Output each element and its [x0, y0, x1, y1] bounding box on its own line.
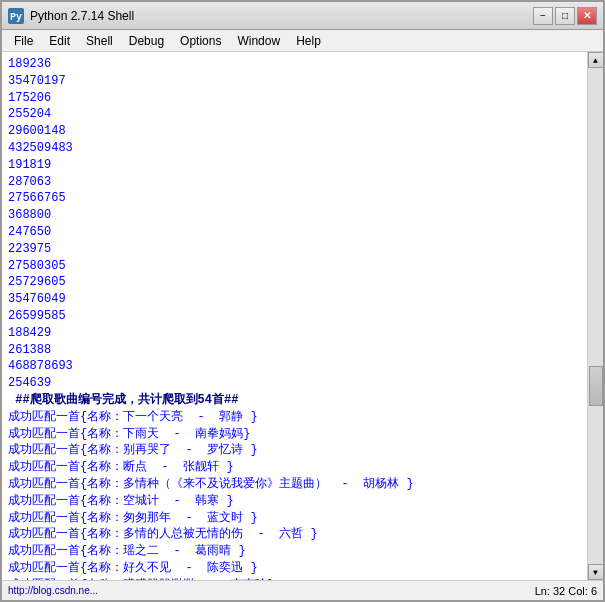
window-title: Python 2.7.14 Shell: [30, 9, 533, 23]
menu-item-options[interactable]: Options: [172, 32, 229, 50]
menu-item-window[interactable]: Window: [229, 32, 288, 50]
maximize-button[interactable]: □: [555, 7, 575, 25]
minimize-button[interactable]: −: [533, 7, 553, 25]
scrollbar-vertical[interactable]: ▲ ▼: [587, 52, 603, 580]
window-controls: − □ ✕: [533, 7, 597, 25]
scrollbar-track[interactable]: [588, 68, 603, 564]
content-area: 189236 35470197 175206 255204 29600148 4…: [2, 52, 603, 580]
status-bar: http://blog.csdn.ne... Ln: 32 Col: 6: [2, 580, 603, 600]
main-window: Py Python 2.7.14 Shell − □ ✕ FileEditShe…: [0, 0, 605, 602]
status-position: Ln: 32 Col: 6: [535, 585, 597, 597]
menu-item-file[interactable]: File: [6, 32, 41, 50]
scrollbar-thumb[interactable]: [589, 366, 603, 406]
menu-item-help[interactable]: Help: [288, 32, 329, 50]
menu-item-debug[interactable]: Debug: [121, 32, 172, 50]
shell-output[interactable]: 189236 35470197 175206 255204 29600148 4…: [2, 52, 587, 580]
close-button[interactable]: ✕: [577, 7, 597, 25]
scroll-down-arrow[interactable]: ▼: [588, 564, 604, 580]
svg-text:Py: Py: [10, 12, 22, 23]
title-bar: Py Python 2.7.14 Shell − □ ✕: [2, 2, 603, 30]
menu-item-edit[interactable]: Edit: [41, 32, 78, 50]
scroll-up-arrow[interactable]: ▲: [588, 52, 604, 68]
python-icon: Py: [8, 8, 24, 24]
status-url: http://blog.csdn.ne...: [8, 585, 98, 596]
menu-bar: FileEditShellDebugOptionsWindowHelp: [2, 30, 603, 52]
menu-item-shell[interactable]: Shell: [78, 32, 121, 50]
